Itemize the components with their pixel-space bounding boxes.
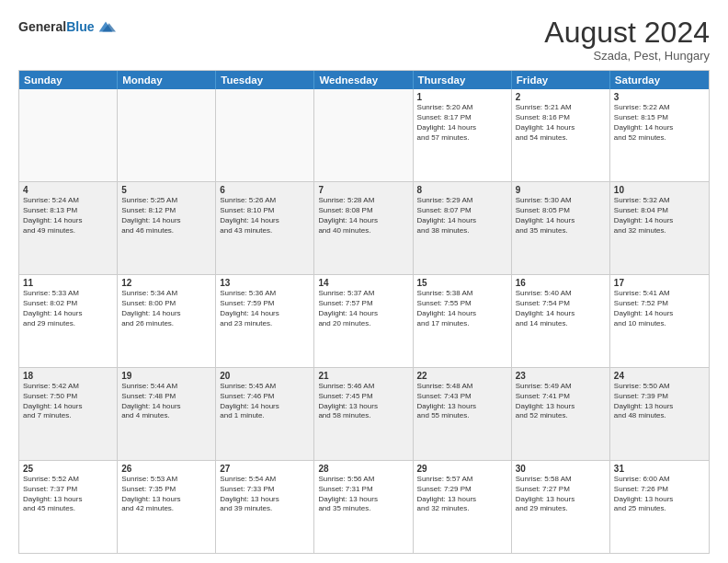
calendar-body: 1Sunrise: 5:20 AM Sunset: 8:17 PM Daylig… bbox=[19, 89, 709, 553]
weekday-header-sunday: Sunday bbox=[19, 71, 118, 89]
day-number: 24 bbox=[614, 371, 705, 381]
day-number: 13 bbox=[220, 278, 310, 288]
page: GeneralBlue August 2024 Szada, Pest, Hun… bbox=[0, 0, 728, 563]
day-number: 27 bbox=[220, 464, 310, 474]
cell-info: Sunrise: 5:25 AM Sunset: 8:12 PM Dayligh… bbox=[121, 196, 211, 236]
day-number: 19 bbox=[121, 371, 211, 381]
weekday-header-wednesday: Wednesday bbox=[314, 71, 413, 89]
cell-info: Sunrise: 5:21 AM Sunset: 8:16 PM Dayligh… bbox=[516, 103, 606, 143]
day-number: 2 bbox=[516, 92, 606, 102]
calendar-cell: 3Sunrise: 5:22 AM Sunset: 8:15 PM Daylig… bbox=[610, 89, 709, 181]
cell-info: Sunrise: 5:54 AM Sunset: 7:33 PM Dayligh… bbox=[220, 475, 310, 514]
cell-info: Sunrise: 5:20 AM Sunset: 8:17 PM Dayligh… bbox=[417, 103, 507, 143]
calendar-cell: 23Sunrise: 5:49 AM Sunset: 7:41 PM Dayli… bbox=[512, 368, 610, 460]
day-number: 4 bbox=[23, 185, 113, 195]
cell-info: Sunrise: 5:42 AM Sunset: 7:50 PM Dayligh… bbox=[23, 382, 113, 421]
calendar-cell: 2Sunrise: 5:21 AM Sunset: 8:16 PM Daylig… bbox=[512, 89, 610, 181]
cell-info: Sunrise: 5:46 AM Sunset: 7:45 PM Dayligh… bbox=[318, 382, 408, 421]
day-number: 3 bbox=[614, 92, 705, 102]
day-number: 7 bbox=[318, 185, 408, 195]
day-number: 20 bbox=[220, 371, 310, 381]
day-number: 9 bbox=[516, 185, 606, 195]
calendar-cell bbox=[118, 89, 216, 181]
weekday-header-monday: Monday bbox=[118, 71, 216, 89]
cell-info: Sunrise: 5:24 AM Sunset: 8:13 PM Dayligh… bbox=[23, 196, 113, 236]
calendar-cell bbox=[19, 89, 118, 181]
day-number: 12 bbox=[121, 278, 211, 288]
cell-info: Sunrise: 5:58 AM Sunset: 7:27 PM Dayligh… bbox=[516, 475, 606, 514]
calendar-cell: 10Sunrise: 5:32 AM Sunset: 8:04 PM Dayli… bbox=[610, 182, 709, 274]
logo-icon bbox=[96, 17, 116, 37]
day-number: 6 bbox=[220, 185, 310, 195]
weekday-header-saturday: Saturday bbox=[610, 71, 709, 89]
cell-info: Sunrise: 5:53 AM Sunset: 7:35 PM Dayligh… bbox=[121, 475, 211, 514]
calendar-row-2: 11Sunrise: 5:33 AM Sunset: 8:02 PM Dayli… bbox=[19, 275, 709, 368]
calendar-cell: 17Sunrise: 5:41 AM Sunset: 7:52 PM Dayli… bbox=[610, 275, 709, 367]
day-number: 11 bbox=[23, 278, 113, 288]
calendar-cell: 31Sunrise: 6:00 AM Sunset: 7:26 PM Dayli… bbox=[610, 461, 709, 553]
cell-info: Sunrise: 5:22 AM Sunset: 8:15 PM Dayligh… bbox=[614, 103, 705, 143]
day-number: 21 bbox=[318, 371, 408, 381]
calendar-row-3: 18Sunrise: 5:42 AM Sunset: 7:50 PM Dayli… bbox=[19, 368, 709, 461]
location: Szada, Pest, Hungary bbox=[544, 49, 710, 63]
logo-general: GeneralBlue bbox=[18, 19, 94, 35]
day-number: 10 bbox=[614, 185, 705, 195]
calendar-cell: 27Sunrise: 5:54 AM Sunset: 7:33 PM Dayli… bbox=[216, 461, 314, 553]
logo: GeneralBlue bbox=[18, 17, 116, 37]
weekday-header-tuesday: Tuesday bbox=[216, 71, 314, 89]
cell-info: Sunrise: 5:40 AM Sunset: 7:54 PM Dayligh… bbox=[516, 289, 606, 328]
day-number: 23 bbox=[516, 371, 606, 381]
calendar-cell: 1Sunrise: 5:20 AM Sunset: 8:17 PM Daylig… bbox=[414, 89, 512, 181]
day-number: 5 bbox=[121, 185, 211, 195]
calendar-cell: 7Sunrise: 5:28 AM Sunset: 8:08 PM Daylig… bbox=[314, 182, 413, 274]
day-number: 8 bbox=[417, 185, 507, 195]
calendar-cell: 5Sunrise: 5:25 AM Sunset: 8:12 PM Daylig… bbox=[118, 182, 216, 274]
calendar-cell bbox=[216, 89, 314, 181]
cell-info: Sunrise: 5:38 AM Sunset: 7:55 PM Dayligh… bbox=[417, 289, 507, 328]
calendar-header: SundayMondayTuesdayWednesdayThursdayFrid… bbox=[19, 71, 709, 89]
cell-info: Sunrise: 5:56 AM Sunset: 7:31 PM Dayligh… bbox=[318, 475, 408, 514]
cell-info: Sunrise: 6:00 AM Sunset: 7:26 PM Dayligh… bbox=[614, 475, 705, 514]
day-number: 15 bbox=[417, 278, 507, 288]
header: GeneralBlue August 2024 Szada, Pest, Hun… bbox=[18, 17, 710, 63]
calendar-cell: 6Sunrise: 5:26 AM Sunset: 8:10 PM Daylig… bbox=[216, 182, 314, 274]
day-number: 18 bbox=[23, 371, 113, 381]
cell-info: Sunrise: 5:34 AM Sunset: 8:00 PM Dayligh… bbox=[121, 289, 211, 328]
cell-info: Sunrise: 5:50 AM Sunset: 7:39 PM Dayligh… bbox=[614, 382, 705, 421]
calendar-cell bbox=[314, 89, 413, 181]
calendar-cell: 14Sunrise: 5:37 AM Sunset: 7:57 PM Dayli… bbox=[314, 275, 413, 367]
calendar-cell: 26Sunrise: 5:53 AM Sunset: 7:35 PM Dayli… bbox=[118, 461, 216, 553]
title-block: August 2024 Szada, Pest, Hungary bbox=[544, 17, 710, 63]
day-number: 26 bbox=[121, 464, 211, 474]
calendar-cell: 11Sunrise: 5:33 AM Sunset: 8:02 PM Dayli… bbox=[19, 275, 118, 367]
cell-info: Sunrise: 5:48 AM Sunset: 7:43 PM Dayligh… bbox=[417, 382, 507, 421]
calendar-cell: 9Sunrise: 5:30 AM Sunset: 8:05 PM Daylig… bbox=[512, 182, 610, 274]
cell-info: Sunrise: 5:36 AM Sunset: 7:59 PM Dayligh… bbox=[220, 289, 310, 328]
calendar-row-4: 25Sunrise: 5:52 AM Sunset: 7:37 PM Dayli… bbox=[19, 461, 709, 553]
cell-info: Sunrise: 5:52 AM Sunset: 7:37 PM Dayligh… bbox=[23, 475, 113, 514]
calendar-cell: 21Sunrise: 5:46 AM Sunset: 7:45 PM Dayli… bbox=[314, 368, 413, 460]
cell-info: Sunrise: 5:45 AM Sunset: 7:46 PM Dayligh… bbox=[220, 382, 310, 421]
cell-info: Sunrise: 5:49 AM Sunset: 7:41 PM Dayligh… bbox=[516, 382, 606, 421]
calendar-cell: 16Sunrise: 5:40 AM Sunset: 7:54 PM Dayli… bbox=[512, 275, 610, 367]
cell-info: Sunrise: 5:26 AM Sunset: 8:10 PM Dayligh… bbox=[220, 196, 310, 236]
month-title: August 2024 bbox=[544, 17, 710, 49]
day-number: 25 bbox=[23, 464, 113, 474]
calendar-cell: 20Sunrise: 5:45 AM Sunset: 7:46 PM Dayli… bbox=[216, 368, 314, 460]
weekday-header-friday: Friday bbox=[512, 71, 610, 89]
calendar-cell: 18Sunrise: 5:42 AM Sunset: 7:50 PM Dayli… bbox=[19, 368, 118, 460]
calendar-cell: 22Sunrise: 5:48 AM Sunset: 7:43 PM Dayli… bbox=[414, 368, 512, 460]
day-number: 31 bbox=[614, 464, 705, 474]
day-number: 14 bbox=[318, 278, 408, 288]
day-number: 16 bbox=[516, 278, 606, 288]
cell-info: Sunrise: 5:29 AM Sunset: 8:07 PM Dayligh… bbox=[417, 196, 507, 236]
calendar-cell: 30Sunrise: 5:58 AM Sunset: 7:27 PM Dayli… bbox=[512, 461, 610, 553]
calendar-cell: 28Sunrise: 5:56 AM Sunset: 7:31 PM Dayli… bbox=[314, 461, 413, 553]
cell-info: Sunrise: 5:44 AM Sunset: 7:48 PM Dayligh… bbox=[121, 382, 211, 421]
calendar-cell: 8Sunrise: 5:29 AM Sunset: 8:07 PM Daylig… bbox=[414, 182, 512, 274]
cell-info: Sunrise: 5:37 AM Sunset: 7:57 PM Dayligh… bbox=[318, 289, 408, 328]
day-number: 1 bbox=[417, 92, 507, 102]
calendar-cell: 12Sunrise: 5:34 AM Sunset: 8:00 PM Dayli… bbox=[118, 275, 216, 367]
day-number: 22 bbox=[417, 371, 507, 381]
cell-info: Sunrise: 5:32 AM Sunset: 8:04 PM Dayligh… bbox=[614, 196, 705, 236]
